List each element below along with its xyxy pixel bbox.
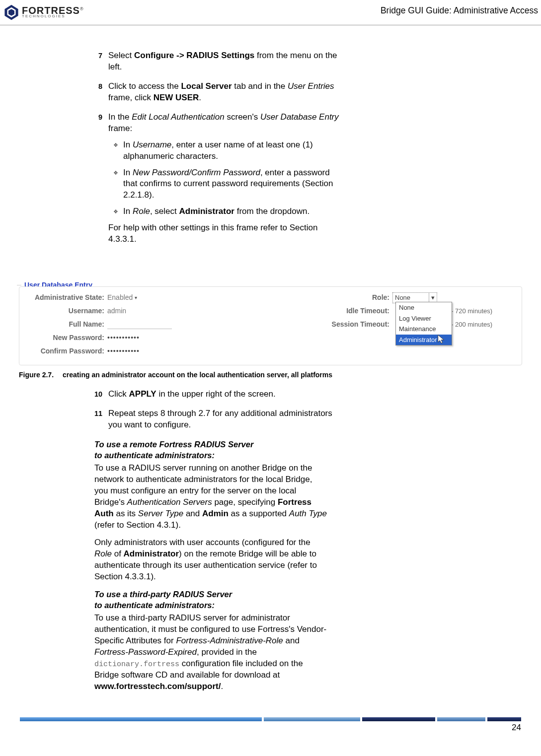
t: of [112, 549, 124, 558]
page-content: 7 Select Configure -> RADIUS Settings fr… [0, 25, 541, 263]
input-full-name[interactable] [107, 320, 172, 329]
figure-caption-text: creating an administrator account on the… [63, 371, 332, 379]
t: , select [150, 206, 179, 216]
panel-right-column: Role: None ▾ Idle Timeout: - 720 minutes… [318, 291, 517, 358]
bullet-icon: ❖ [108, 167, 123, 202]
t: and [283, 636, 300, 645]
para-remote-radius-1: To use a RADIUS server running on anothe… [94, 463, 328, 531]
bullet-password: ❖ In New Password/Confirm Password, ente… [108, 167, 339, 202]
cursor-icon [436, 334, 447, 344]
t: Role [94, 549, 112, 558]
t: Server Type [138, 509, 183, 518]
step-11-number: 11 [94, 408, 108, 431]
t: In [123, 140, 133, 149]
t: and [183, 509, 202, 518]
t: . [199, 93, 201, 102]
t: in the upper right of the screen. [156, 389, 276, 399]
t: APPLY [129, 389, 156, 399]
bullet-role: ❖ In Role, select Administrator from the… [108, 206, 339, 217]
t: To use a remote Fortress RADIUS Server [94, 439, 521, 450]
logo-text: FORTRESS® TECHNOLOGIES [22, 6, 83, 18]
t: Edit Local Authentication [132, 112, 225, 122]
logo: FORTRESS® TECHNOLOGIES [3, 4, 83, 21]
subhead-remote-radius: To use a remote Fortress RADIUS Server t… [94, 439, 521, 461]
value-admin-state[interactable]: Enabled [107, 293, 133, 302]
t: In [123, 206, 133, 216]
step-8-number: 8 [94, 81, 108, 104]
page-content-2: 10 Click APPLY in the upper right of the… [0, 389, 541, 708]
row-confirm-password: Confirm Password: ••••••••••• [24, 344, 173, 358]
label-full-name: Full Name: [24, 320, 107, 329]
t: . [221, 682, 223, 691]
row-username: Username: admin [24, 304, 173, 318]
value-username[interactable]: admin [107, 306, 126, 316]
role-option-none[interactable]: None [396, 302, 452, 313]
t: (refer to Section 4.3.1). [94, 520, 181, 530]
t: Click [108, 389, 129, 399]
t: Username [133, 140, 171, 149]
t: to authenticate administrators: [94, 450, 521, 461]
step-8: 8 Click to access the Local Server tab a… [94, 81, 521, 104]
row-admin-state: Administrative State: Enabled ▾ [24, 291, 173, 304]
label-new-password: New Password: [24, 333, 107, 343]
row-full-name: Full Name: [24, 318, 173, 331]
t: User Database Entry [260, 112, 339, 122]
t: Fortress-Password-Expired [94, 647, 197, 657]
input-confirm-password[interactable]: ••••••••••• [107, 346, 140, 356]
t: Only administrators with user accounts (… [94, 538, 310, 547]
step-9-body: In the Edit Local Authentication screen'… [108, 112, 339, 245]
t: User Entries [288, 81, 334, 91]
hint-idle-timeout: - 720 minutes) [449, 307, 492, 316]
t: Local Server [181, 81, 232, 91]
bullet-icon: ❖ [108, 206, 123, 217]
fortress-logo-icon [3, 4, 20, 21]
chevron-down-icon[interactable]: ▾ [135, 294, 137, 301]
step-10-number: 10 [94, 389, 108, 400]
t: screen's [225, 112, 260, 122]
t: New Password/Confirm Password [133, 168, 260, 177]
subhead-thirdparty-radius: To use a third-party RADIUS Server to au… [94, 589, 521, 611]
t: from the dropdown. [234, 206, 309, 216]
step-9-bullets: ❖ In Username, enter a user name of at l… [108, 139, 339, 218]
panel-left-column: Administrative State: Enabled ▾ Username… [24, 291, 173, 358]
step-11: 11 Repeat steps 8 through 2.7 for any ad… [94, 408, 521, 431]
label-role: Role: [318, 293, 392, 302]
t: Administrator [124, 549, 179, 558]
t: frame: [108, 124, 132, 133]
label-session-timeout: Session Timeout: [318, 320, 392, 329]
step-11-body: Repeat steps 8 through 2.7 for any addit… [108, 408, 339, 431]
para-thirdparty-radius: To use a third-party RADIUS server for a… [94, 613, 328, 692]
footer-bar [20, 717, 521, 721]
t: Fortress-Administrative-Role [176, 636, 283, 645]
t: To use a third-party RADIUS Server [94, 589, 521, 600]
t: NEW USER [154, 93, 199, 102]
figure-caption-label: Figure 2.7. [19, 370, 54, 380]
para-remote-radius-2: Only administrators with user accounts (… [94, 537, 328, 583]
row-new-password: New Password: ••••••••••• [24, 331, 173, 344]
label-admin-state: Administrative State: [24, 293, 107, 302]
t: page, specifying [212, 497, 278, 507]
step-9-tail: For help with other settings in this fra… [108, 222, 339, 245]
t: as a supported [229, 509, 289, 518]
role-option-maintenance[interactable]: Maintenance [396, 324, 452, 335]
label-username: Username: [24, 306, 107, 316]
chevron-down-icon[interactable]: ▾ [429, 293, 435, 303]
step-9: 9 In the Edit Local Authentication scree… [94, 112, 521, 245]
role-option-log-viewer[interactable]: Log Viewer [396, 313, 452, 324]
user-database-entry-panel: Administrative State: Enabled ▾ Username… [19, 286, 522, 365]
t: as its [114, 509, 138, 518]
step-7: 7 Select Configure -> RADIUS Settings fr… [94, 50, 521, 73]
figure-caption: Figure 2.7.creating an administrator acc… [19, 370, 541, 380]
t: frame, click [108, 93, 154, 102]
t: Administrator [179, 206, 234, 216]
logo-subtitle: TECHNOLOGIES [22, 15, 83, 18]
bullet-icon: ❖ [108, 139, 123, 162]
t: tab and in the [232, 81, 288, 91]
menu-path: Configure -> RADIUS Settings [134, 51, 254, 60]
hint-session-timeout: - 200 minutes) [449, 320, 492, 329]
step-7-number: 7 [94, 50, 108, 73]
figure-2-7: User Database Entry Administrative State… [19, 275, 522, 365]
t: Select [108, 51, 134, 60]
t: Authentication Servers [127, 497, 212, 507]
input-new-password[interactable]: ••••••••••• [107, 333, 140, 343]
